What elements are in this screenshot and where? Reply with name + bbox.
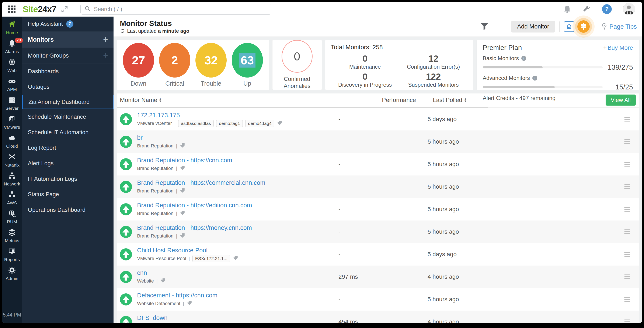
avatar[interactable] — [623, 3, 635, 15]
rail-item-cloud[interactable]: Cloud — [6, 134, 18, 149]
sidebar-item-log-report[interactable]: Log Report — [22, 140, 114, 156]
monitor-name-link[interactable]: Brand Reputation - https://edition.cnn.c… — [137, 202, 252, 209]
monitor-name-link[interactable]: 172.21.173.175 — [137, 112, 282, 119]
row-actions-menu-icon[interactable] — [624, 207, 630, 212]
info-icon[interactable]: i — [532, 76, 537, 81]
rail-item-admin[interactable]: Admin — [6, 266, 18, 281]
help-icon[interactable]: ? — [602, 4, 612, 14]
status-up-icon[interactable] — [120, 248, 132, 260]
status-up-icon[interactable] — [120, 113, 132, 125]
expand-icon[interactable] — [61, 6, 68, 13]
add-monitor-button[interactable]: Add Monitor — [511, 21, 555, 33]
rail-item-apm[interactable]: APM — [7, 77, 17, 92]
sidebar-item-zia-anomaly-dashboard[interactable]: Zia Anomaly Dashboard — [22, 95, 114, 109]
sidebar-item-schedule-maintenance[interactable]: Schedule Maintenance — [22, 109, 114, 125]
rail-item-metrics[interactable]: Metrics — [5, 228, 19, 243]
confirmed-anomalies-card[interactable]: 0 ConfirmedAnomalies — [272, 40, 322, 90]
rail-item-aws[interactable]: AWS — [7, 191, 17, 205]
status-up-icon[interactable] — [120, 271, 132, 283]
page-tips-link[interactable]: Page Tips — [601, 23, 637, 30]
total-stat-configuration-error-s-[interactable]: 12Configuration Error(s) — [399, 52, 468, 70]
tag-icon[interactable] — [180, 142, 185, 149]
tag-chip[interactable]: ESXi:172.21.1... — [192, 255, 230, 262]
row-actions-menu-icon[interactable] — [624, 229, 630, 234]
rail-item-network[interactable]: Network — [4, 172, 20, 187]
tag-icon[interactable] — [180, 188, 185, 194]
tag-chip[interactable]: asdfasd:asdfas — [178, 120, 214, 127]
sidebar-item-monitor-groups[interactable]: Monitor Groups + — [22, 48, 114, 64]
status-up-icon[interactable] — [120, 203, 132, 215]
tag-icon[interactable] — [180, 233, 185, 239]
row-actions-menu-icon[interactable] — [624, 319, 630, 323]
monitor-name-link[interactable]: DFS_down — [137, 314, 168, 321]
monitor-name-link[interactable]: Brand Reputation - https://money.cnn.com — [137, 224, 252, 231]
view-grid-icon[interactable] — [496, 23, 504, 31]
column-header-monitor-name[interactable]: Monitor Name▲▼ — [120, 97, 338, 103]
row-actions-menu-icon[interactable] — [624, 184, 630, 189]
tag-chip[interactable]: demo:tag1 — [216, 120, 243, 127]
status-up-icon[interactable] — [120, 226, 132, 238]
row-actions-menu-icon[interactable] — [624, 139, 630, 144]
tools-wrench-icon[interactable] — [582, 5, 591, 13]
rail-item-vmware[interactable]: VMware — [4, 115, 20, 130]
rail-item-reports[interactable]: Reports — [4, 247, 20, 262]
sidebar-item-monitors[interactable]: Monitors + — [22, 32, 114, 48]
add-group-plus-icon[interactable]: + — [103, 51, 108, 60]
tag-icon[interactable] — [180, 165, 185, 172]
sidebar-item-outages[interactable]: Outages — [22, 79, 114, 95]
tag-icon[interactable] — [157, 323, 163, 323]
total-stat-maintenance[interactable]: 0Maintenance — [331, 52, 399, 70]
rail-item-home[interactable]: Home — [6, 20, 18, 35]
row-actions-menu-icon[interactable] — [624, 274, 630, 279]
row-actions-menu-icon[interactable] — [624, 252, 630, 257]
search-input[interactable] — [94, 6, 264, 13]
status-up-icon[interactable] — [120, 136, 132, 148]
buy-more-link[interactable]: +Buy More — [603, 44, 633, 51]
tag-icon[interactable] — [233, 255, 238, 262]
filter-icon[interactable] — [480, 23, 488, 30]
row-actions-menu-icon[interactable] — [624, 117, 630, 121]
status-up-icon[interactable] — [120, 293, 132, 305]
tag-icon[interactable] — [160, 278, 166, 284]
monitor-name-link[interactable]: Brand Reputation - https://cnn.com — [137, 157, 232, 164]
notifications-bell-icon[interactable] — [563, 5, 572, 13]
rail-item-web[interactable]: Web — [8, 58, 16, 73]
total-stat-suspended-monitors[interactable]: 122Suspended Monitors — [399, 70, 468, 88]
site24x7-logo[interactable]: Site24x7 — [23, 4, 56, 14]
sidebar-item-schedule-it-automation[interactable]: Schedule IT Automation — [22, 125, 114, 140]
sidebar-item-dashboards[interactable]: Dashboards — [22, 64, 114, 79]
status-up-icon[interactable] — [120, 316, 132, 323]
rail-item-nutanix[interactable]: Nutanix — [4, 153, 20, 168]
app-grid-icon[interactable] — [8, 6, 16, 13]
monitor-name-link[interactable]: cnn — [137, 269, 166, 276]
sidebar-item-operations-dashboard[interactable]: Operations Dashboard — [22, 202, 114, 218]
tag-icon[interactable] — [180, 210, 185, 217]
sidebar-item-it-automation-logs[interactable]: IT Automation Logs — [22, 171, 114, 187]
status-filter-trouble[interactable]: 32Trouble — [196, 43, 226, 87]
tag-icon[interactable] — [277, 120, 282, 127]
total-stat-discovery-in-progress[interactable]: 0Discovery in Progress — [331, 70, 399, 88]
sidebar-item-alert-logs[interactable]: Alert Logs — [22, 156, 114, 171]
rail-item-rum[interactable]: RUM — [7, 210, 17, 224]
status-up-icon[interactable] — [120, 181, 132, 193]
monitor-name-link[interactable]: br — [137, 134, 185, 141]
monitor-name-link[interactable]: Brand Reputation - https://commercial.cn… — [137, 179, 265, 186]
monitor-name-link[interactable]: Defacement - https://cnn.com — [137, 292, 218, 299]
status-up-icon[interactable] — [120, 158, 132, 170]
refresh-icon[interactable] — [120, 29, 125, 34]
row-actions-menu-icon[interactable] — [624, 297, 630, 302]
sidebar-help-assistant[interactable]: Help Assistant 7 — [22, 17, 114, 32]
home-view-icon[interactable] — [564, 21, 574, 32]
info-icon[interactable]: i — [521, 56, 526, 61]
rail-item-alarms[interactable]: 73Alarms — [5, 39, 19, 54]
sidebar-item-status-page[interactable]: Status Page — [22, 187, 114, 202]
tag-icon[interactable] — [187, 300, 192, 307]
monitor-name-link[interactable]: Child Host Resource Pool — [137, 247, 238, 254]
guided-tour-signpost-icon[interactable] — [577, 20, 590, 33]
status-filter-critical[interactable]: 2Critical — [159, 43, 190, 87]
rail-item-server[interactable]: Server — [6, 96, 19, 111]
row-actions-menu-icon[interactable] — [624, 162, 630, 167]
status-filter-up[interactable]: 63Up — [232, 43, 263, 87]
tag-chip[interactable]: demo4:tag4 — [245, 120, 274, 127]
status-filter-down[interactable]: 27Down — [123, 43, 154, 87]
